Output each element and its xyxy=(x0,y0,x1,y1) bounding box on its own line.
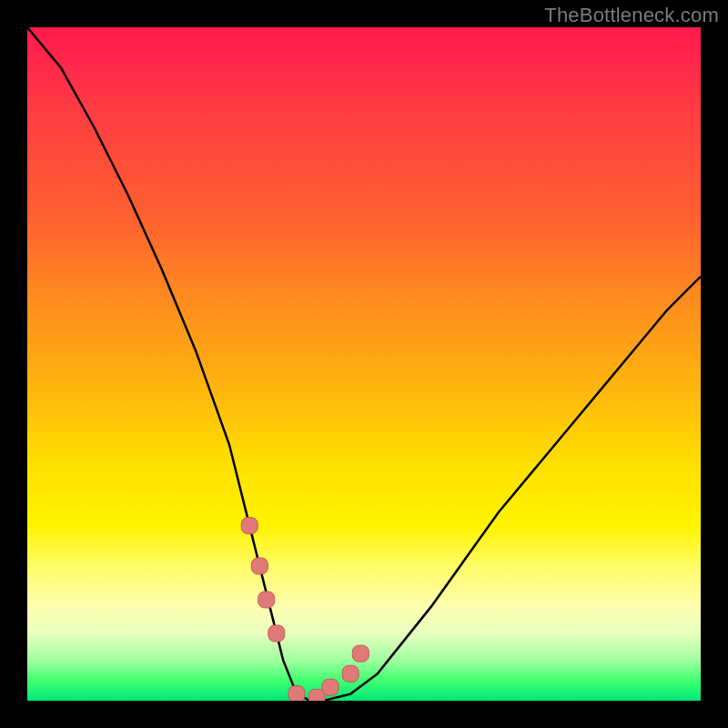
highlight-marker xyxy=(268,625,285,642)
bottleneck-curve xyxy=(27,27,701,701)
highlight-marker xyxy=(251,558,268,574)
highlight-marker xyxy=(258,592,275,608)
highlight-marker xyxy=(352,645,369,662)
highlight-marker xyxy=(342,665,359,682)
marker-group xyxy=(241,518,369,701)
highlight-marker xyxy=(288,686,305,701)
highlight-marker xyxy=(241,518,258,534)
highlight-marker xyxy=(322,679,339,695)
watermark-text: TheBottleneck.com xyxy=(544,4,719,27)
curve-svg xyxy=(27,27,701,701)
chart-frame: TheBottleneck.com xyxy=(0,0,728,728)
plot-area xyxy=(27,27,701,701)
